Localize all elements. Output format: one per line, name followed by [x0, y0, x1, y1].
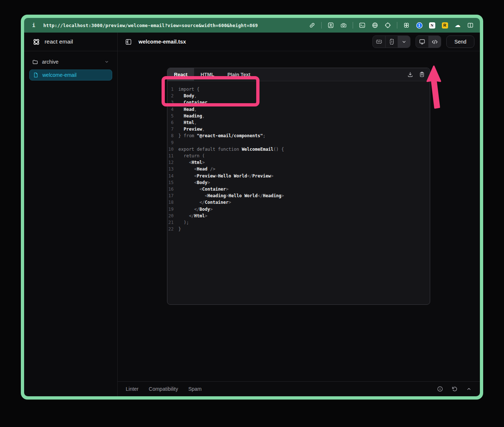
code-line: 6 Html, — [167, 119, 430, 126]
status-bar: LinterCompatibilitySpam — [118, 381, 480, 396]
react-email-logo-icon — [32, 38, 41, 46]
brand: react email — [24, 33, 117, 51]
monitor-icon — [419, 38, 425, 45]
notion-icon[interactable]: N — [428, 22, 436, 29]
source-code-panel: ReactHTMLPlain Text 1import {2 Body,3 — [167, 68, 430, 305]
code-line: 17 <Heading>Hello World</Heading> — [167, 192, 430, 199]
download-icon[interactable] — [407, 71, 413, 78]
app-root: react email archive — [24, 33, 480, 396]
main-header: welcome-email.tsx — [118, 33, 480, 51]
code-editor: 1import {2 Body,3 Container,4 Head,5 Hea… — [167, 81, 430, 304]
sidebar-item-welcome-email[interactable]: welcome-email — [29, 70, 112, 80]
toolbar-divider — [321, 22, 322, 29]
code-line: 2 Body, — [167, 93, 430, 99]
tab-react[interactable]: React — [167, 68, 194, 81]
code-line: 7 Preview, — [167, 126, 430, 132]
code-line: 20 </Html> — [167, 213, 430, 219]
extension-icon[interactable] — [327, 22, 334, 29]
address-url[interactable]: http://localhost:3000/preview/welcome-em… — [43, 23, 258, 28]
code-line: 8} from "@react-email/components"; — [167, 132, 430, 139]
main-content: ReactHTMLPlain Text 1import {2 Body,3 — [118, 51, 480, 381]
refresh-icon[interactable] — [451, 386, 458, 392]
toolbar-divider — [397, 22, 397, 29]
code-line: 9 — [167, 139, 430, 146]
code-line: 15 <Body> — [167, 179, 430, 186]
code-line: 22} — [167, 226, 430, 232]
send-button[interactable]: Send — [446, 35, 474, 48]
source-mode-button[interactable] — [428, 36, 441, 48]
r-logo-icon[interactable]: R — [441, 22, 448, 29]
code-line: 10export default function WelcomeEmail()… — [167, 146, 430, 153]
size-dropdown-button[interactable] — [398, 36, 410, 48]
tab-html[interactable]: HTML — [194, 68, 221, 81]
code-line: 18 </Container> — [167, 199, 430, 206]
sidebar-toggle-icon[interactable] — [123, 37, 133, 47]
page-title: welcome-email.tsx — [139, 39, 186, 45]
crosshair-icon[interactable] — [384, 22, 391, 29]
code-line: 12 <Html> — [167, 159, 430, 166]
cloud-icon[interactable]: ☁ — [454, 22, 461, 29]
code-line: 4 Head, — [167, 106, 430, 113]
globe-icon[interactable] — [371, 22, 379, 29]
page-info-icon[interactable]: i — [32, 22, 35, 28]
viewport-height-icon[interactable] — [373, 36, 385, 48]
chevron-down-icon — [104, 59, 109, 64]
sidebar-item-label: welcome-email — [42, 72, 76, 78]
status-tabs: LinterCompatibilitySpam — [126, 386, 202, 392]
code-line: 19 </Body> — [167, 206, 430, 213]
viewport-width-icon[interactable] — [385, 36, 398, 48]
browser-toolbar: 1 N R ☁ — [308, 22, 474, 29]
code-line: 1import { — [167, 86, 430, 93]
onepassword-icon[interactable]: 1 — [416, 22, 423, 29]
collapse-chevron-up-icon[interactable] — [466, 386, 472, 392]
panel-actions — [407, 68, 430, 81]
code-icon — [431, 38, 438, 45]
split-view-icon[interactable] — [467, 22, 474, 29]
view-mode-controls — [416, 35, 441, 48]
code-line: 11 return ( — [167, 153, 430, 159]
code-line: 5 Heading, — [167, 113, 430, 119]
preview-mode-button[interactable] — [416, 36, 428, 48]
file-icon — [33, 72, 39, 78]
browser-url-bar: i http://localhost:3000/preview/welcome-… — [24, 18, 480, 33]
code-line: 21 ); — [167, 219, 430, 226]
copy-clipboard-icon[interactable] — [419, 71, 425, 78]
sidebar-folder-archive[interactable]: archive — [29, 57, 112, 67]
camera-icon[interactable] — [340, 22, 347, 29]
browser-window: i http://localhost:3000/preview/welcome-… — [21, 15, 483, 400]
terminal-icon[interactable] — [359, 22, 366, 29]
status-bar-icons — [437, 386, 472, 392]
panel-tabs: ReactHTMLPlain Text — [167, 68, 257, 81]
sidebar: react email archive — [24, 33, 118, 396]
code-line: 3 Container, — [167, 99, 430, 106]
link-icon[interactable] — [308, 22, 316, 29]
toolbar-divider — [353, 22, 353, 29]
tab-plain-text[interactable]: Plain Text — [221, 68, 257, 81]
info-icon[interactable] — [437, 386, 443, 392]
status-tab-compatibility[interactable]: Compatibility — [149, 386, 178, 392]
code-line: 16 <Container> — [167, 186, 430, 192]
status-tab-spam[interactable]: Spam — [188, 386, 202, 392]
panel-tab-bar: ReactHTMLPlain Text — [167, 68, 430, 81]
status-tab-linter[interactable]: Linter — [126, 386, 139, 392]
code-line: 13 <Head /> — [167, 166, 430, 172]
brand-label: react email — [45, 38, 73, 45]
code-line: 14 <Preview>Hello World</Preview> — [167, 173, 430, 179]
folder-label: archive — [42, 59, 58, 65]
clover-icon[interactable] — [403, 22, 410, 29]
viewport-size-controls — [372, 35, 410, 48]
main-area: welcome-email.tsx — [118, 33, 480, 396]
folder-icon — [32, 59, 38, 65]
